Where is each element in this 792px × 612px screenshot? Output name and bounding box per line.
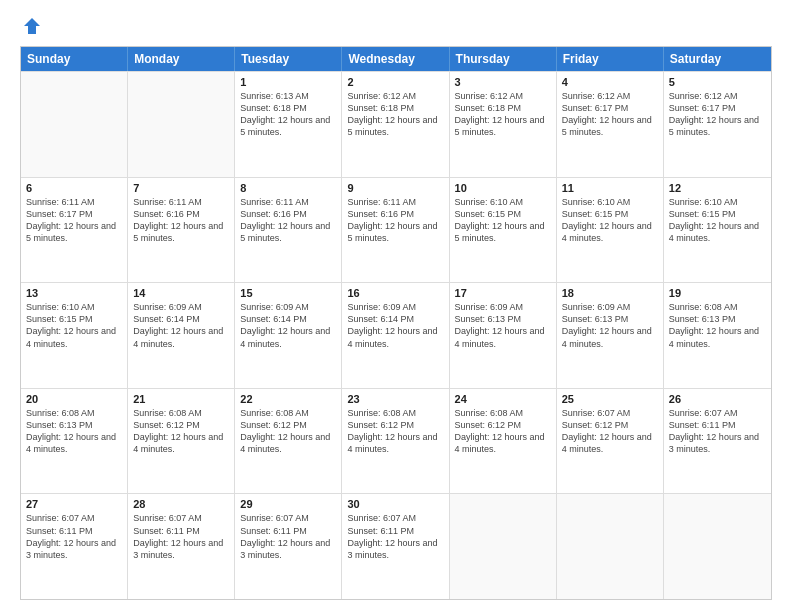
- day-cell-25: 25Sunrise: 6:07 AM Sunset: 6:12 PM Dayli…: [557, 389, 664, 494]
- day-number: 16: [347, 287, 443, 299]
- header: [20, 16, 772, 36]
- day-detail: Sunrise: 6:07 AM Sunset: 6:11 PM Dayligh…: [240, 512, 336, 561]
- day-detail: Sunrise: 6:10 AM Sunset: 6:15 PM Dayligh…: [26, 301, 122, 350]
- empty-cell: [664, 494, 771, 599]
- day-detail: Sunrise: 6:12 AM Sunset: 6:17 PM Dayligh…: [669, 90, 766, 139]
- day-cell-30: 30Sunrise: 6:07 AM Sunset: 6:11 PM Dayli…: [342, 494, 449, 599]
- day-detail: Sunrise: 6:10 AM Sunset: 6:15 PM Dayligh…: [669, 196, 766, 245]
- day-cell-19: 19Sunrise: 6:08 AM Sunset: 6:13 PM Dayli…: [664, 283, 771, 388]
- day-cell-17: 17Sunrise: 6:09 AM Sunset: 6:13 PM Dayli…: [450, 283, 557, 388]
- day-detail: Sunrise: 6:08 AM Sunset: 6:12 PM Dayligh…: [133, 407, 229, 456]
- day-detail: Sunrise: 6:09 AM Sunset: 6:14 PM Dayligh…: [240, 301, 336, 350]
- day-cell-4: 4Sunrise: 6:12 AM Sunset: 6:17 PM Daylig…: [557, 72, 664, 177]
- day-number: 10: [455, 182, 551, 194]
- day-number: 28: [133, 498, 229, 510]
- day-number: 30: [347, 498, 443, 510]
- day-cell-26: 26Sunrise: 6:07 AM Sunset: 6:11 PM Dayli…: [664, 389, 771, 494]
- day-cell-14: 14Sunrise: 6:09 AM Sunset: 6:14 PM Dayli…: [128, 283, 235, 388]
- day-detail: Sunrise: 6:08 AM Sunset: 6:12 PM Dayligh…: [240, 407, 336, 456]
- empty-cell: [450, 494, 557, 599]
- empty-cell: [21, 72, 128, 177]
- logo: [20, 16, 42, 36]
- calendar-header: SundayMondayTuesdayWednesdayThursdayFrid…: [21, 47, 771, 71]
- day-cell-3: 3Sunrise: 6:12 AM Sunset: 6:18 PM Daylig…: [450, 72, 557, 177]
- day-cell-6: 6Sunrise: 6:11 AM Sunset: 6:17 PM Daylig…: [21, 178, 128, 283]
- calendar-row-4: 27Sunrise: 6:07 AM Sunset: 6:11 PM Dayli…: [21, 493, 771, 599]
- day-number: 22: [240, 393, 336, 405]
- calendar-body: 1Sunrise: 6:13 AM Sunset: 6:18 PM Daylig…: [21, 71, 771, 599]
- day-cell-24: 24Sunrise: 6:08 AM Sunset: 6:12 PM Dayli…: [450, 389, 557, 494]
- day-detail: Sunrise: 6:09 AM Sunset: 6:14 PM Dayligh…: [133, 301, 229, 350]
- day-cell-28: 28Sunrise: 6:07 AM Sunset: 6:11 PM Dayli…: [128, 494, 235, 599]
- day-number: 15: [240, 287, 336, 299]
- header-day-friday: Friday: [557, 47, 664, 71]
- day-number: 23: [347, 393, 443, 405]
- day-detail: Sunrise: 6:12 AM Sunset: 6:18 PM Dayligh…: [455, 90, 551, 139]
- calendar-row-2: 13Sunrise: 6:10 AM Sunset: 6:15 PM Dayli…: [21, 282, 771, 388]
- header-day-saturday: Saturday: [664, 47, 771, 71]
- day-number: 6: [26, 182, 122, 194]
- day-number: 29: [240, 498, 336, 510]
- day-cell-22: 22Sunrise: 6:08 AM Sunset: 6:12 PM Dayli…: [235, 389, 342, 494]
- day-number: 21: [133, 393, 229, 405]
- day-number: 27: [26, 498, 122, 510]
- day-cell-20: 20Sunrise: 6:08 AM Sunset: 6:13 PM Dayli…: [21, 389, 128, 494]
- day-cell-13: 13Sunrise: 6:10 AM Sunset: 6:15 PM Dayli…: [21, 283, 128, 388]
- day-number: 17: [455, 287, 551, 299]
- day-detail: Sunrise: 6:12 AM Sunset: 6:17 PM Dayligh…: [562, 90, 658, 139]
- day-detail: Sunrise: 6:12 AM Sunset: 6:18 PM Dayligh…: [347, 90, 443, 139]
- calendar-row-1: 6Sunrise: 6:11 AM Sunset: 6:17 PM Daylig…: [21, 177, 771, 283]
- day-number: 9: [347, 182, 443, 194]
- empty-cell: [557, 494, 664, 599]
- day-cell-23: 23Sunrise: 6:08 AM Sunset: 6:12 PM Dayli…: [342, 389, 449, 494]
- day-number: 5: [669, 76, 766, 88]
- page: SundayMondayTuesdayWednesdayThursdayFrid…: [0, 0, 792, 612]
- day-cell-12: 12Sunrise: 6:10 AM Sunset: 6:15 PM Dayli…: [664, 178, 771, 283]
- day-detail: Sunrise: 6:11 AM Sunset: 6:17 PM Dayligh…: [26, 196, 122, 245]
- day-detail: Sunrise: 6:08 AM Sunset: 6:13 PM Dayligh…: [669, 301, 766, 350]
- day-detail: Sunrise: 6:09 AM Sunset: 6:13 PM Dayligh…: [455, 301, 551, 350]
- day-detail: Sunrise: 6:11 AM Sunset: 6:16 PM Dayligh…: [240, 196, 336, 245]
- calendar-row-0: 1Sunrise: 6:13 AM Sunset: 6:18 PM Daylig…: [21, 71, 771, 177]
- header-day-monday: Monday: [128, 47, 235, 71]
- day-number: 1: [240, 76, 336, 88]
- day-cell-10: 10Sunrise: 6:10 AM Sunset: 6:15 PM Dayli…: [450, 178, 557, 283]
- day-number: 24: [455, 393, 551, 405]
- day-detail: Sunrise: 6:07 AM Sunset: 6:11 PM Dayligh…: [347, 512, 443, 561]
- day-cell-8: 8Sunrise: 6:11 AM Sunset: 6:16 PM Daylig…: [235, 178, 342, 283]
- day-number: 14: [133, 287, 229, 299]
- day-detail: Sunrise: 6:11 AM Sunset: 6:16 PM Dayligh…: [347, 196, 443, 245]
- day-number: 26: [669, 393, 766, 405]
- day-cell-16: 16Sunrise: 6:09 AM Sunset: 6:14 PM Dayli…: [342, 283, 449, 388]
- day-number: 7: [133, 182, 229, 194]
- day-number: 3: [455, 76, 551, 88]
- day-cell-5: 5Sunrise: 6:12 AM Sunset: 6:17 PM Daylig…: [664, 72, 771, 177]
- day-number: 4: [562, 76, 658, 88]
- day-cell-11: 11Sunrise: 6:10 AM Sunset: 6:15 PM Dayli…: [557, 178, 664, 283]
- day-detail: Sunrise: 6:13 AM Sunset: 6:18 PM Dayligh…: [240, 90, 336, 139]
- day-cell-1: 1Sunrise: 6:13 AM Sunset: 6:18 PM Daylig…: [235, 72, 342, 177]
- day-number: 25: [562, 393, 658, 405]
- day-cell-7: 7Sunrise: 6:11 AM Sunset: 6:16 PM Daylig…: [128, 178, 235, 283]
- day-cell-27: 27Sunrise: 6:07 AM Sunset: 6:11 PM Dayli…: [21, 494, 128, 599]
- header-day-wednesday: Wednesday: [342, 47, 449, 71]
- day-number: 13: [26, 287, 122, 299]
- day-number: 2: [347, 76, 443, 88]
- day-cell-18: 18Sunrise: 6:09 AM Sunset: 6:13 PM Dayli…: [557, 283, 664, 388]
- day-number: 12: [669, 182, 766, 194]
- empty-cell: [128, 72, 235, 177]
- day-number: 19: [669, 287, 766, 299]
- day-number: 11: [562, 182, 658, 194]
- header-day-thursday: Thursday: [450, 47, 557, 71]
- day-detail: Sunrise: 6:09 AM Sunset: 6:13 PM Dayligh…: [562, 301, 658, 350]
- day-detail: Sunrise: 6:08 AM Sunset: 6:13 PM Dayligh…: [26, 407, 122, 456]
- logo-icon: [22, 16, 42, 36]
- day-detail: Sunrise: 6:08 AM Sunset: 6:12 PM Dayligh…: [347, 407, 443, 456]
- day-cell-2: 2Sunrise: 6:12 AM Sunset: 6:18 PM Daylig…: [342, 72, 449, 177]
- header-day-tuesday: Tuesday: [235, 47, 342, 71]
- header-day-sunday: Sunday: [21, 47, 128, 71]
- day-detail: Sunrise: 6:07 AM Sunset: 6:11 PM Dayligh…: [133, 512, 229, 561]
- day-number: 8: [240, 182, 336, 194]
- day-cell-29: 29Sunrise: 6:07 AM Sunset: 6:11 PM Dayli…: [235, 494, 342, 599]
- day-number: 20: [26, 393, 122, 405]
